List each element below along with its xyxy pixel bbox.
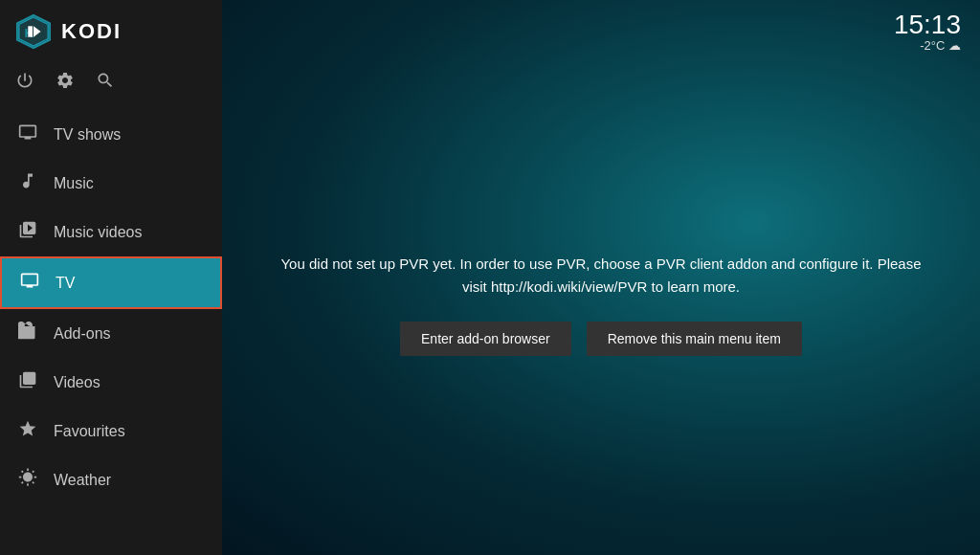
sidebar-item-videos[interactable]: Videos [0,358,222,407]
sidebar-label-music-videos: Music videos [54,224,142,241]
sidebar: K KODI TV shows [0,0,222,555]
svg-rect-4 [28,26,33,36]
sidebar-item-favourites[interactable]: Favourites [0,407,222,455]
main-content: 15:13 -2°C ☁ You did not set up PVR yet.… [222,0,980,555]
videos-icon [17,370,38,394]
sidebar-label-videos: Videos [54,374,100,391]
sidebar-item-music-videos[interactable]: Music videos [0,208,222,256]
clock-display: 15:13 [894,11,961,38]
pvr-buttons: Enter add-on browser Remove this main me… [400,322,802,356]
sidebar-item-weather[interactable]: Weather [0,455,222,504]
settings-button[interactable] [56,71,75,95]
sidebar-system-icons [0,63,222,110]
weather-nav-icon [17,468,38,492]
temperature-display: -2°C [920,38,945,53]
pvr-area: You did not set up PVR yet. In order to … [222,53,980,555]
sidebar-label-add-ons: Add-ons [54,325,111,343]
search-button[interactable] [96,71,115,95]
power-button[interactable] [15,71,34,95]
app-title: KODI [61,19,122,44]
sidebar-label-favourites: Favourites [54,423,125,440]
sidebar-label-weather: Weather [54,472,111,489]
music-videos-icon [17,220,38,244]
sidebar-header: K KODI [0,0,222,63]
sidebar-label-tv-shows: TV shows [54,126,121,144]
tv-shows-icon [17,122,38,146]
nav-menu: TV shows Music Music videos TV [0,110,222,555]
favourites-icon [17,419,38,443]
sidebar-item-tv[interactable]: TV [0,256,222,309]
music-icon [17,171,38,195]
sidebar-item-music[interactable]: Music [0,159,222,208]
enter-addon-browser-button[interactable]: Enter add-on browser [400,322,571,356]
sidebar-item-add-ons[interactable]: Add-ons [0,309,222,358]
sidebar-item-tv-shows[interactable]: TV shows [0,110,222,159]
addons-icon [17,322,38,345]
top-bar: 15:13 -2°C ☁ [222,0,980,53]
tv-icon [19,271,40,295]
sidebar-label-tv: TV [56,275,75,292]
weather-cloud-icon: ☁ [948,38,961,53]
weather-display: -2°C ☁ [894,38,961,53]
sidebar-label-music: Music [54,175,94,192]
pvr-message: You did not set up PVR yet. In order to … [279,253,923,299]
clock-weather-widget: 15:13 -2°C ☁ [894,11,961,53]
remove-menu-item-button[interactable]: Remove this main menu item [587,322,802,356]
kodi-logo: K [15,13,52,50]
